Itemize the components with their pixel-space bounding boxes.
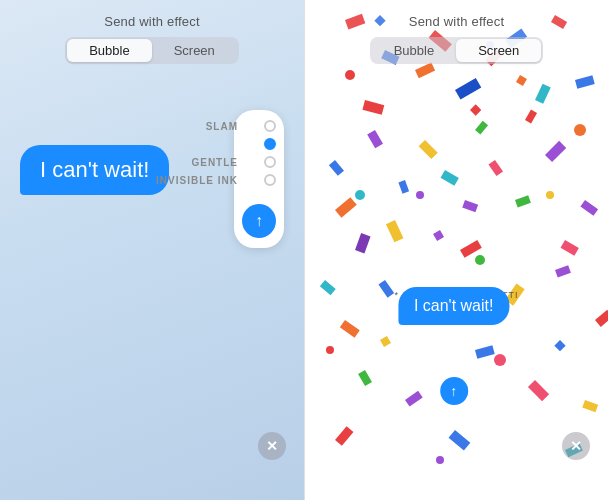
svg-rect-58 <box>554 340 565 351</box>
svg-rect-37 <box>528 380 549 401</box>
svg-point-43 <box>345 70 355 80</box>
svg-rect-23 <box>386 220 404 242</box>
left-tab-bar: Bubble Screen <box>65 37 239 64</box>
svg-rect-18 <box>488 160 503 176</box>
svg-point-47 <box>355 190 365 200</box>
close-button-left[interactable]: ✕ <box>258 432 286 460</box>
svg-rect-9 <box>575 75 595 88</box>
svg-rect-21 <box>419 140 438 159</box>
svg-rect-8 <box>329 160 344 176</box>
close-icon-left: ✕ <box>266 439 278 453</box>
confetti-container <box>305 0 608 500</box>
right-panel: Send with effect Bubble Screen * SEND WI… <box>304 0 608 500</box>
effect-invisible-ink-dot <box>264 174 276 186</box>
left-header: Send with effect Bubble Screen <box>0 0 304 64</box>
send-button-left[interactable]: ↑ <box>242 204 276 238</box>
right-header: Send with effect Bubble Screen <box>305 0 608 64</box>
svg-rect-3 <box>362 100 384 115</box>
close-icon-right: ✕ <box>570 439 582 453</box>
right-title: Send with effect <box>305 14 608 29</box>
left-tab-screen[interactable]: Screen <box>152 39 237 62</box>
right-tab-bar: Bubble Screen <box>370 37 544 64</box>
svg-rect-26 <box>535 84 551 104</box>
left-tab-bubble[interactable]: Bubble <box>67 39 151 62</box>
left-title: Send with effect <box>0 14 304 29</box>
right-tab-bubble[interactable]: Bubble <box>372 39 456 62</box>
effect-selected[interactable] <box>242 138 276 150</box>
svg-rect-38 <box>405 391 423 407</box>
svg-rect-11 <box>455 78 481 100</box>
svg-point-51 <box>494 354 506 366</box>
svg-rect-35 <box>358 370 372 386</box>
svg-rect-55 <box>470 104 481 115</box>
svg-rect-31 <box>340 320 360 338</box>
send-arrow-icon-left: ↑ <box>255 213 263 229</box>
message-bubble-left: I can't wait! <box>20 145 169 195</box>
effect-invisible-ink-label: INVISIBLE INK <box>156 175 238 186</box>
svg-rect-10 <box>398 180 409 194</box>
svg-rect-34 <box>595 310 608 327</box>
svg-rect-54 <box>516 75 527 86</box>
message-bubble-right: I can't wait! <box>398 287 510 325</box>
message-text-right: I can't wait! <box>414 297 494 315</box>
svg-point-45 <box>574 124 586 136</box>
svg-rect-19 <box>335 197 357 218</box>
svg-rect-24 <box>475 121 488 135</box>
svg-point-50 <box>326 346 334 354</box>
effect-slam-dot <box>264 120 276 132</box>
effect-gentle[interactable]: GENTLE <box>242 156 276 168</box>
svg-rect-30 <box>555 265 571 277</box>
svg-point-52 <box>436 456 444 464</box>
svg-rect-4 <box>525 110 537 124</box>
svg-rect-20 <box>561 240 579 256</box>
effect-gentle-label: GENTLE <box>191 157 238 168</box>
svg-rect-40 <box>335 426 353 446</box>
svg-rect-22 <box>515 195 531 207</box>
send-arrow-icon-right: ↑ <box>450 384 457 398</box>
svg-rect-36 <box>475 345 495 358</box>
effects-track: SLAM GENTLE INVISIBLE INK ↑ <box>234 110 284 248</box>
svg-rect-25 <box>441 170 459 186</box>
effect-invisible-ink[interactable]: INVISIBLE INK <box>242 174 276 186</box>
effect-slam-label: SLAM <box>206 121 238 132</box>
confetti-svg <box>305 0 608 500</box>
svg-rect-14 <box>462 200 478 212</box>
svg-point-48 <box>546 191 554 199</box>
close-button-right[interactable]: ✕ <box>562 432 590 460</box>
svg-rect-12 <box>367 130 383 148</box>
effects-list: SLAM GENTLE INVISIBLE INK ↑ <box>234 110 284 248</box>
svg-rect-16 <box>580 200 598 216</box>
send-button-right[interactable]: ↑ <box>440 377 468 405</box>
right-tab-screen[interactable]: Screen <box>456 39 541 62</box>
svg-rect-15 <box>355 233 371 253</box>
left-panel: Send with effect Bubble Screen I can't w… <box>0 0 304 500</box>
effect-gentle-dot <box>264 156 276 168</box>
svg-rect-57 <box>380 336 391 347</box>
svg-rect-17 <box>415 62 435 78</box>
svg-rect-41 <box>449 430 471 451</box>
svg-rect-56 <box>433 230 444 241</box>
svg-rect-39 <box>582 400 598 412</box>
svg-point-49 <box>475 255 485 265</box>
svg-point-46 <box>416 191 424 199</box>
svg-rect-13 <box>545 141 566 162</box>
effect-selected-dot <box>264 138 276 150</box>
effect-slam[interactable]: SLAM <box>242 120 276 132</box>
svg-rect-28 <box>460 240 482 258</box>
